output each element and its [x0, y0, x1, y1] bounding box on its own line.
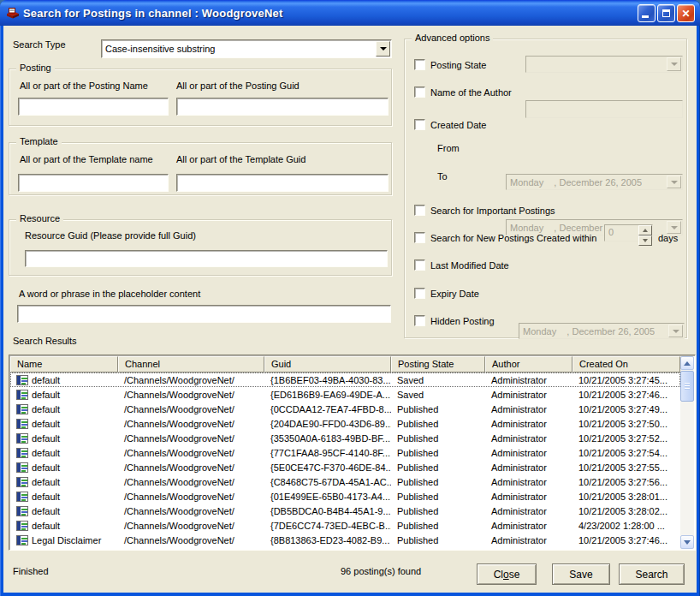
table-row[interactable]: default/Channels/WoodgroveNet/{35350A0A-… — [10, 431, 680, 445]
posting-icon — [16, 535, 28, 545]
posting-guid-input[interactable] — [176, 98, 389, 116]
cell-channel: /Channels/WoodgroveNet/ — [118, 533, 264, 547]
posting-state-checkbox[interactable] — [414, 59, 425, 70]
window-title: Search for Postings in channel : Woodgro… — [23, 7, 282, 20]
results-body: default/Channels/WoodgroveNet/{1B6BEF03-… — [10, 372, 680, 549]
result-count-text: 96 posting(s) found — [341, 566, 421, 576]
dialog-window: Search for Postings in channel : Woodgro… — [0, 0, 700, 596]
created-date-checkbox[interactable] — [414, 119, 425, 130]
column-header-guid[interactable]: Guid — [264, 356, 391, 372]
cell-created: 10/21/2005 3:27:56... — [572, 474, 680, 489]
new-postings-label[interactable]: Search for New Postings Created within — [430, 233, 596, 243]
template-name-input[interactable] — [18, 174, 169, 192]
table-row[interactable]: default/Channels/WoodgroveNet/{5E0CE47C-… — [10, 460, 680, 474]
hidden-posting-label[interactable]: Hidden Posting — [430, 316, 495, 326]
cell-created: 10/21/2005 3:27:55... — [572, 460, 680, 474]
table-row[interactable]: default/Channels/WoodgroveNet/{77C1FAA8-… — [10, 445, 680, 460]
table-row[interactable]: default/Channels/WoodgroveNet/{1B6BEF03-… — [10, 372, 680, 387]
table-row[interactable]: default/Channels/WoodgroveNet/{DB5BDCA0-… — [10, 504, 680, 518]
scrollbar-thumb[interactable] — [680, 371, 694, 402]
cell-author: Administrator — [485, 416, 572, 431]
cell-channel: /Channels/WoodgroveNet/ — [118, 445, 264, 460]
new-postings-checkbox[interactable] — [414, 232, 425, 243]
cell-created: 10/21/2005 3:27:49... — [572, 402, 680, 416]
cell-guid: {8B813863-ED23-4082-B9... — [264, 533, 391, 547]
table-row[interactable]: default/Channels/WoodgroveNet/{7DE6CC74-… — [10, 518, 680, 533]
placeholder-content-input[interactable] — [17, 305, 391, 323]
cell-guid: {5E0CE47C-F370-46DE-84... — [264, 460, 391, 474]
cell-created: 10/21/2005 3:27:50... — [572, 416, 680, 431]
placeholder-content-label: A word or phrase in the placeholder cont… — [19, 289, 200, 299]
cell-author: Administrator — [485, 372, 572, 387]
table-row[interactable]: default/Channels/WoodgroveNet/{204DAE90-… — [10, 416, 680, 431]
cell-created: 10/21/2005 3:27:54... — [572, 445, 680, 460]
cell-state: Published — [391, 504, 485, 518]
posting-group-title: Posting — [16, 63, 55, 73]
cell-channel: /Channels/WoodgroveNet/ — [118, 489, 264, 504]
posting-state-dropdown-arrow-icon — [667, 57, 681, 71]
created-date-label[interactable]: Created Date — [430, 120, 486, 130]
posting-icon — [16, 477, 28, 487]
posting-icon — [16, 462, 28, 473]
posting-name-input[interactable] — [18, 98, 169, 116]
search-button[interactable]: Search — [619, 563, 685, 585]
table-row[interactable]: default/Channels/WoodgroveNet/{C8468C75-… — [10, 474, 680, 489]
posting-icon — [16, 419, 28, 429]
close-window-button[interactable]: ✕ — [677, 4, 695, 22]
author-checkbox[interactable] — [414, 86, 425, 98]
search-type-combobox[interactable]: Case-insensitive substring — [101, 39, 392, 58]
expiry-date-label[interactable]: Expiry Date — [430, 289, 479, 299]
close-button[interactable]: Close — [477, 563, 537, 585]
scroll-up-button[interactable] — [680, 356, 694, 370]
last-modified-checkbox[interactable] — [414, 259, 425, 271]
cell-author: Administrator — [485, 489, 572, 504]
days-label: days — [658, 233, 678, 243]
cell-state: Published — [391, 402, 485, 416]
column-header-name[interactable]: Name — [10, 356, 118, 372]
expiry-date-checkbox[interactable] — [414, 288, 425, 299]
cell-created: 10/21/2005 3:27:52... — [572, 431, 680, 445]
column-header-created-on[interactable]: Created On — [572, 356, 680, 372]
cell-name: default — [10, 431, 118, 445]
column-header-author[interactable]: Author — [485, 356, 572, 372]
scroll-down-button[interactable] — [680, 535, 694, 549]
app-icon[interactable] — [6, 6, 20, 20]
template-guid-label: All or part of the Template Guid — [176, 154, 306, 164]
template-guid-input[interactable] — [176, 174, 389, 192]
maximize-button[interactable] — [657, 4, 675, 22]
cell-author: Administrator — [485, 460, 572, 474]
table-row[interactable]: default/Channels/WoodgroveNet/{0CCDAA12-… — [10, 402, 680, 416]
resource-guid-input[interactable] — [25, 250, 388, 267]
important-postings-label[interactable]: Search for Important Postings — [430, 206, 555, 216]
cell-name: default — [10, 474, 118, 489]
spinner-down-icon — [638, 235, 652, 246]
cell-author: Administrator — [485, 504, 572, 518]
vertical-scrollbar[interactable] — [680, 356, 694, 549]
posting-icon — [16, 404, 28, 414]
resource-guid-label: Resource Guid (Please provide full Guid) — [25, 230, 196, 241]
cell-created: 10/21/2005 3:27:46... — [572, 533, 680, 547]
save-button[interactable]: Save — [552, 563, 610, 585]
cell-name: default — [10, 489, 118, 504]
last-modified-label[interactable]: Last Modified Date — [430, 260, 509, 271]
posting-state-label[interactable]: Posting State — [430, 60, 486, 70]
advanced-options-title: Advanced options — [412, 33, 493, 43]
cell-state: Published — [391, 489, 485, 504]
search-type-dropdown-arrow-icon[interactable] — [376, 41, 390, 57]
resource-group-title: Resource — [16, 213, 63, 224]
cell-guid: {7DE6CC74-73ED-4EBC-B... — [264, 518, 391, 533]
scrollbar-track[interactable] — [680, 402, 694, 535]
column-header-channel[interactable]: Channel — [118, 356, 264, 372]
posting-icon — [16, 433, 28, 444]
hidden-posting-checkbox[interactable] — [414, 315, 425, 326]
column-header-posting-state[interactable]: Posting State — [391, 356, 485, 372]
table-row[interactable]: Legal Disclaimer/Channels/WoodgroveNet/{… — [10, 533, 680, 547]
table-row[interactable]: default/Channels/WoodgroveNet/{01E499EE-… — [10, 489, 680, 504]
author-label[interactable]: Name of the Author — [430, 87, 512, 98]
posting-guid-label: All or part of the Posting Guid — [176, 80, 300, 91]
minimize-button[interactable] — [638, 4, 656, 22]
cell-state: Published — [391, 518, 485, 533]
table-row[interactable]: default/Channels/WoodgroveNet/{ED61B6B9-… — [10, 387, 680, 402]
important-postings-checkbox[interactable] — [414, 205, 425, 216]
scroll-up-icon — [684, 358, 691, 366]
